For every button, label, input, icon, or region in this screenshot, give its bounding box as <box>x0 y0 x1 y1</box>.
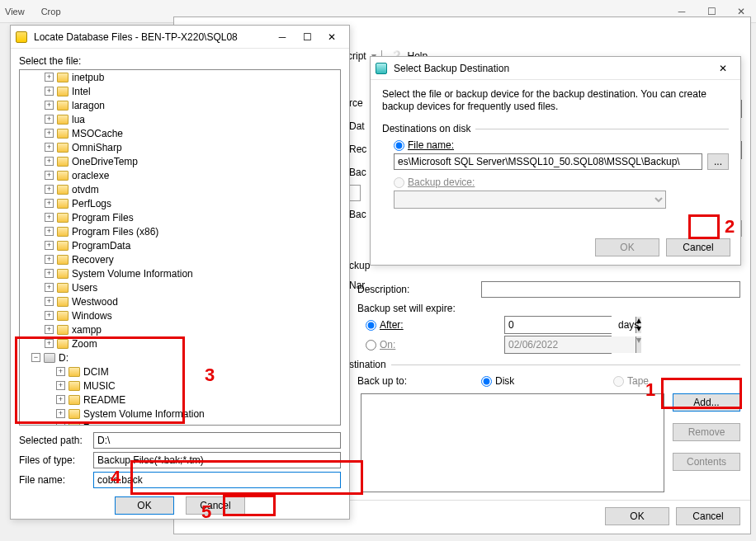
on-radio[interactable] <box>366 340 376 350</box>
folder-icon <box>69 409 80 419</box>
script-label[interactable]: cript <box>347 50 366 62</box>
expand-icon[interactable]: + <box>56 367 65 376</box>
tree-node[interactable]: −D: <box>20 350 340 365</box>
folder-icon <box>57 199 69 209</box>
tree-label: Zoom <box>83 422 109 426</box>
expand-icon[interactable]: + <box>45 311 54 320</box>
tree-node[interactable]: +OmniSharp <box>20 140 340 154</box>
browse-button[interactable]: ... <box>707 153 729 170</box>
bg-cancel-button[interactable]: Cancel <box>676 507 740 525</box>
expand-icon[interactable]: + <box>56 395 65 404</box>
expand-icon[interactable]: + <box>56 381 65 390</box>
disk-radio[interactable] <box>481 376 492 387</box>
expand-icon[interactable]: + <box>45 185 54 194</box>
crop-label[interactable]: Crop <box>41 7 61 16</box>
expand-icon[interactable]: + <box>56 409 65 418</box>
files-type-input[interactable] <box>93 452 341 468</box>
tree-node[interactable]: +Windows <box>20 308 340 322</box>
expand-icon[interactable]: + <box>45 143 54 152</box>
after-days-input[interactable] <box>505 317 636 333</box>
folder-icon <box>69 381 80 391</box>
file-name-input[interactable] <box>93 472 341 488</box>
expand-icon[interactable]: + <box>45 269 54 278</box>
tree-label: README <box>83 394 125 406</box>
tree-node[interactable]: +README <box>20 393 340 407</box>
expand-icon[interactable]: + <box>45 227 54 236</box>
expand-icon[interactable]: + <box>45 241 54 250</box>
tree-node[interactable]: +PerfLogs <box>20 196 340 210</box>
selected-path-input[interactable] <box>93 432 341 449</box>
tree-node[interactable]: +System Volume Information <box>20 407 340 421</box>
tree-node[interactable]: +Program Files (x86) <box>20 224 340 238</box>
folder-icon <box>57 311 69 321</box>
expand-icon[interactable]: + <box>45 87 54 96</box>
expand-icon[interactable]: + <box>45 157 54 166</box>
on-date-picker: ▾ <box>504 336 612 354</box>
folder-icon <box>57 241 69 251</box>
bg-ok-button[interactable]: OK <box>605 507 669 525</box>
tree-node[interactable]: +lua <box>20 112 340 126</box>
tree-node[interactable]: +MUSIC <box>20 379 340 393</box>
tree-node[interactable]: +System Volume Information <box>20 266 340 280</box>
expand-icon[interactable]: + <box>45 129 54 138</box>
tree-label: OneDriveTemp <box>72 156 138 167</box>
tree-node[interactable]: +Intel <box>20 84 340 98</box>
expand-icon[interactable]: + <box>45 325 54 334</box>
expand-icon[interactable]: + <box>45 171 54 180</box>
add-button[interactable]: Add... <box>673 393 740 412</box>
filename-radio[interactable] <box>394 140 404 151</box>
folder-icon <box>69 367 80 377</box>
tree-node[interactable]: +xampp <box>20 322 340 336</box>
sbd-ok-button: OK <box>595 238 659 256</box>
tree-node[interactable]: +DCIM <box>20 365 340 379</box>
tree-node[interactable]: +oraclexe <box>20 168 340 182</box>
folder-icon <box>57 227 69 237</box>
tree-node[interactable]: +Zoom <box>20 336 340 350</box>
filename-input[interactable] <box>394 153 702 170</box>
ldf-close[interactable]: ✕ <box>319 28 344 46</box>
tree-label: MUSIC <box>83 380 116 392</box>
expand-icon[interactable]: + <box>45 101 54 110</box>
sbd-title: Select Backup Destination <box>390 63 711 74</box>
expand-icon[interactable]: + <box>45 115 54 124</box>
tree-node[interactable]: +Users <box>20 280 340 294</box>
expand-icon[interactable]: + <box>45 73 54 82</box>
expand-icon[interactable]: + <box>45 297 54 306</box>
tree-node[interactable]: +otvdm <box>20 182 340 196</box>
files-type-label: Files of type: <box>19 454 75 466</box>
file-name-label: File name: <box>19 474 65 486</box>
collapse-icon[interactable]: − <box>31 353 40 362</box>
tree-node[interactable]: +Zoom <box>20 421 340 426</box>
folder-icon <box>57 171 69 181</box>
folder-icon <box>57 129 69 139</box>
locate-db-files-dialog: Locate Database Files - BEN-TP-X220\SQL0… <box>10 25 350 520</box>
tree-node[interactable]: +Westwood <box>20 294 340 308</box>
expand-icon[interactable]: + <box>56 423 65 426</box>
tree-node[interactable]: +MSOCache <box>20 126 340 140</box>
ldf-cancel-button[interactable]: Cancel <box>186 496 245 515</box>
expand-icon[interactable]: + <box>45 255 54 264</box>
tree-node[interactable]: +Program Files <box>20 210 340 224</box>
after-days-spin[interactable]: ▴▾ <box>504 316 612 334</box>
backup-to-label: Back up to: <box>357 375 481 387</box>
tree-node[interactable]: +inetpub <box>20 70 340 84</box>
folder-tree[interactable]: +inetpub+Intel+laragon+lua+MSOCache+Omni… <box>19 69 341 426</box>
tree-node[interactable]: +laragon <box>20 98 340 112</box>
description-input[interactable] <box>481 281 740 298</box>
ldf-minimize[interactable]: ─ <box>270 28 295 46</box>
sbd-close[interactable]: ✕ <box>711 59 735 78</box>
tree-node[interactable]: +ProgramData <box>20 238 340 252</box>
ldf-ok-button[interactable]: OK <box>115 496 174 515</box>
expand-icon[interactable]: + <box>45 213 54 222</box>
sbd-cancel-button[interactable]: Cancel <box>666 238 730 256</box>
after-radio[interactable] <box>366 320 376 331</box>
tree-node[interactable]: +Recovery <box>20 252 340 266</box>
expand-icon[interactable]: + <box>45 199 54 208</box>
folder-icon <box>57 101 69 111</box>
tree-node[interactable]: +OneDriveTemp <box>20 154 340 168</box>
ldf-maximize[interactable]: ☐ <box>295 28 319 46</box>
destination-list[interactable] <box>361 393 664 492</box>
expand-icon[interactable]: + <box>45 283 54 292</box>
tree-label: System Volume Information <box>83 408 205 420</box>
expand-icon[interactable]: + <box>45 339 54 348</box>
